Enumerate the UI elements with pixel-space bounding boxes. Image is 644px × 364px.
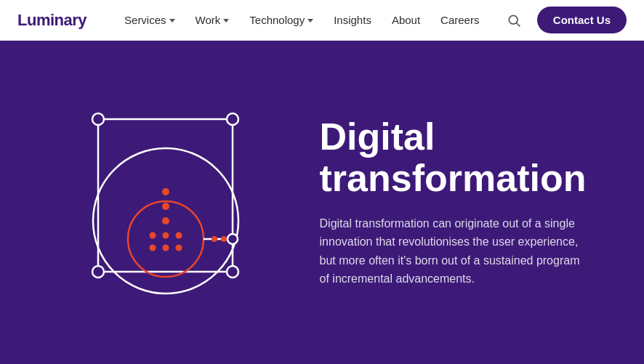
hero-illustration xyxy=(58,94,276,312)
svg-point-13 xyxy=(162,217,169,225)
chevron-down-icon xyxy=(223,19,229,23)
hero-title: Digital transformation xyxy=(320,116,587,199)
svg-point-14 xyxy=(149,232,156,238)
svg-point-21 xyxy=(221,236,227,242)
svg-point-4 xyxy=(227,113,238,125)
nav-item-insights[interactable]: Insights xyxy=(325,9,380,31)
svg-point-17 xyxy=(149,244,156,251)
search-icon xyxy=(507,13,521,28)
svg-point-16 xyxy=(175,232,182,238)
svg-point-10 xyxy=(228,234,238,244)
svg-point-5 xyxy=(227,266,238,278)
main-nav: Services Work Technology Insights About … xyxy=(116,9,502,31)
nav-item-services[interactable]: Services xyxy=(116,9,184,31)
nav-item-about[interactable]: About xyxy=(383,9,429,31)
nav-item-careers[interactable]: Careers xyxy=(432,9,488,31)
hero-content: Digital transformation Digital transform… xyxy=(320,116,587,288)
chevron-down-icon xyxy=(169,19,175,23)
svg-point-20 xyxy=(212,236,217,242)
svg-point-12 xyxy=(162,203,169,210)
site-header: Luminary Services Work Technology Insigh… xyxy=(0,0,644,41)
svg-point-19 xyxy=(175,244,182,251)
svg-point-15 xyxy=(162,232,169,238)
nav-item-technology[interactable]: Technology xyxy=(241,9,322,31)
nav-item-work[interactable]: Work xyxy=(187,9,238,31)
chevron-down-icon xyxy=(307,19,313,23)
site-logo[interactable]: Luminary xyxy=(17,11,86,30)
svg-line-1 xyxy=(517,23,520,26)
contact-us-button[interactable]: Contact Us xyxy=(537,7,627,33)
svg-point-0 xyxy=(509,15,518,24)
svg-point-6 xyxy=(92,266,104,278)
svg-point-8 xyxy=(128,201,204,277)
header-actions: Contact Us xyxy=(502,7,627,33)
search-button[interactable] xyxy=(502,9,526,32)
hero-section: Digital transformation Digital transform… xyxy=(0,41,644,364)
svg-point-11 xyxy=(162,188,169,195)
hero-description: Digital transformation can originate out… xyxy=(320,214,587,288)
svg-point-18 xyxy=(162,244,169,251)
svg-point-3 xyxy=(92,113,104,125)
